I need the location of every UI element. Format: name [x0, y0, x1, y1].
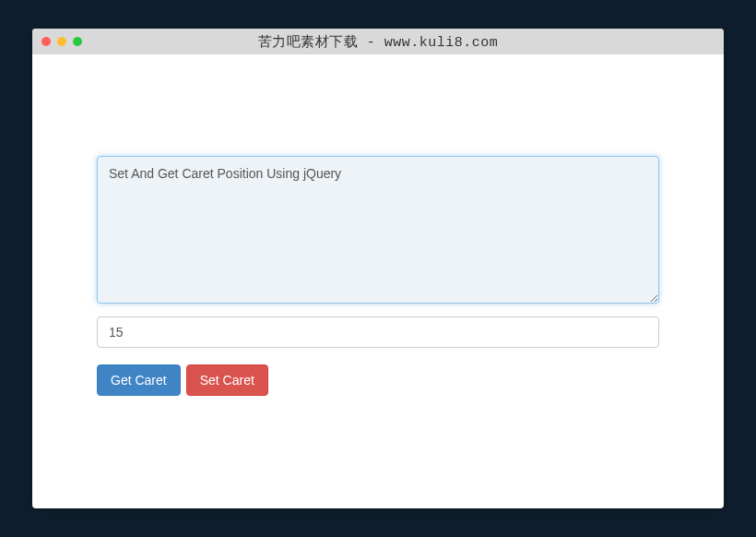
- caret-textarea[interactable]: [97, 156, 659, 304]
- get-caret-button[interactable]: Get Caret: [97, 364, 181, 396]
- app-window: 苦力吧素材下载 - www.kuli8.com Get Caret Set Ca…: [32, 29, 724, 508]
- close-icon[interactable]: [41, 37, 51, 46]
- content-area: Get Caret Set Caret: [32, 54, 724, 433]
- minimize-icon[interactable]: [57, 37, 66, 46]
- caret-position-input[interactable]: [97, 316, 659, 348]
- titlebar: 苦力吧素材下载 - www.kuli8.com: [32, 29, 724, 54]
- button-row: Get Caret Set Caret: [97, 364, 659, 396]
- traffic-lights: [41, 37, 82, 46]
- set-caret-button[interactable]: Set Caret: [186, 364, 268, 396]
- maximize-icon[interactable]: [73, 37, 82, 46]
- window-title: 苦力吧素材下载 - www.kuli8.com: [41, 33, 715, 51]
